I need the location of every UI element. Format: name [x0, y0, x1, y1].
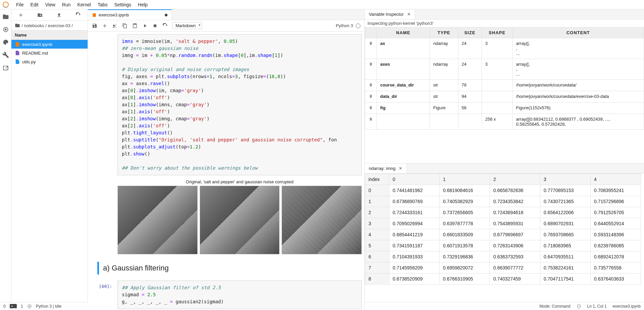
palette-icon[interactable] [2, 39, 9, 46]
kernel-status-icon[interactable] [356, 23, 360, 28]
save-icon[interactable] [92, 23, 97, 28]
breadcrumb-part[interactable]: / notebooks [21, 23, 44, 28]
run-icon[interactable] [142, 23, 148, 28]
nd-cell: 0.5933148396 [591, 229, 641, 240]
code-cell-input[interactable]: ## Apply Gaussian filter of std 2.5 sigm… [117, 281, 362, 309]
status-kernel[interactable]: Python 3 | Idle [36, 304, 62, 309]
file-item[interactable]: README.md [11, 49, 88, 57]
table-row[interactable]: axesndarray243array([, , ... [365, 59, 644, 80]
var-type: str [430, 80, 458, 91]
var-size: 78 [458, 80, 482, 91]
modified-indicator [165, 14, 167, 16]
var-header[interactable]: SIZE [458, 27, 482, 38]
notebook-tab[interactable]: exercise3.ipynb [88, 9, 172, 20]
restart-icon[interactable] [162, 23, 168, 28]
menu-kernel[interactable]: Kernel [74, 1, 94, 9]
nd-cell: 0.6779696697 [490, 229, 540, 240]
nd-cell: 0.6601833509 [440, 229, 490, 240]
trash-icon[interactable] [368, 105, 373, 110]
var-header[interactable]: SHAPE [482, 27, 512, 38]
breadcrumbs[interactable]: / notebooks / exercise-03 / [11, 21, 88, 30]
var-shape [482, 80, 512, 91]
nd-header[interactable]: 3 [540, 174, 591, 185]
trash-icon[interactable] [368, 117, 373, 121]
var-name: course_data_dir [377, 80, 430, 91]
var-name [377, 114, 430, 130]
table-row[interactable]: 70.71459562090.69598200720.66390777720.7… [365, 262, 641, 273]
nd-header[interactable]: 1 [440, 174, 490, 185]
shield-icon[interactable] [577, 304, 581, 309]
table-row[interactable]: 30.70950269940.63978777780.75438959310.6… [365, 218, 641, 229]
ndarray-tab[interactable]: ndarray: imng ✕ [365, 164, 407, 173]
nd-cell: 0.6766310905 [440, 273, 490, 285]
add-cell-icon[interactable] [102, 23, 107, 28]
nd-header[interactable]: 2 [490, 174, 540, 185]
notebook-body[interactable]: imns = imnoise(im, 'salt & pepper', 0.05… [88, 32, 364, 310]
code-cell-input[interactable]: imns = imnoise(im, 'salt & pepper', 0.05… [117, 34, 362, 175]
table-row[interactable]: 256 xarray([[0.68342112, 0.6868377 , 0.6… [365, 114, 644, 130]
status-count[interactable]: 1 [21, 304, 23, 309]
table-row[interactable]: figFigure56Figure(1152x576) [365, 103, 644, 114]
tabs-icon[interactable] [2, 64, 9, 71]
cell-type-select[interactable]: Markdown [172, 22, 202, 29]
menu-tabs[interactable]: Tabs [94, 1, 111, 9]
menu-file[interactable]: File [13, 1, 27, 9]
table-row[interactable]: course_data_dirstr78/home/jovyan/work/co… [365, 80, 644, 91]
nd-header[interactable]: index [365, 174, 389, 185]
close-icon[interactable]: ✕ [399, 166, 402, 171]
new-folder-icon[interactable] [37, 12, 43, 18]
kernel-name[interactable]: Python 3 [336, 23, 353, 28]
table-row[interactable]: 60.71043919330.73291968360.63637325930.6… [365, 251, 641, 262]
var-header[interactable] [365, 27, 377, 38]
var-header[interactable]: CONTENT [512, 27, 644, 38]
menu-help[interactable]: Help [135, 1, 151, 9]
table-row[interactable]: axndarray243array([, , ... [365, 38, 644, 59]
nd-cell: 0.6892412078 [591, 251, 641, 262]
trash-icon[interactable] [368, 62, 373, 66]
status-count[interactable]: 0 [3, 304, 6, 309]
new-launcher-icon[interactable] [18, 12, 23, 18]
markdown-cell[interactable]: a) Gaussian filtering [97, 262, 362, 274]
table-row[interactable]: data_dirstr94/home/jovyan/work/coursedat… [365, 91, 644, 103]
terminal-icon[interactable]: >_ [10, 304, 17, 308]
wrench-icon[interactable] [2, 52, 9, 58]
paste-icon[interactable] [132, 23, 138, 28]
table-row[interactable]: 40.68544412190.66018335090.67796966970.7… [365, 229, 641, 240]
status-position[interactable]: Ln 1, Col 1 [587, 304, 607, 309]
file-item[interactable]: utils.py [11, 57, 88, 66]
variable-inspector-tab[interactable]: Variable Inspector ✕ [365, 9, 415, 19]
upload-icon[interactable] [56, 12, 62, 18]
nd-cell: 0.6736890769 [389, 196, 440, 207]
filebrowser-header[interactable]: Name [11, 30, 88, 40]
menu-view[interactable]: View [42, 1, 59, 9]
var-header[interactable]: NAME [377, 27, 430, 38]
trash-icon[interactable] [368, 94, 373, 99]
nd-header[interactable]: 4 [591, 174, 641, 185]
table-row[interactable]: 20.72443331610.73726566050.72436946180.6… [365, 207, 641, 218]
tab-title: exercise3.ipynb [99, 12, 129, 17]
breadcrumb-part[interactable]: / exercise-03 / [45, 23, 73, 28]
cut-icon[interactable] [112, 23, 117, 28]
trash-icon[interactable] [368, 82, 373, 87]
kernel-icon[interactable] [27, 304, 32, 309]
menu-edit[interactable]: Edit [27, 1, 42, 9]
menu-settings[interactable]: Settings [111, 1, 135, 9]
folder-icon[interactable] [2, 13, 9, 20]
close-icon[interactable]: ✕ [407, 12, 411, 17]
refresh-icon[interactable] [76, 12, 81, 18]
running-icon[interactable] [2, 26, 9, 33]
table-row[interactable]: 10.67368907690.74053829290.72343538420.7… [365, 196, 641, 207]
file-item[interactable]: exercise3.ipynb [11, 40, 88, 49]
ndarray-viewer-panel: ndarray: imng ✕ index01234 00.7441481962… [365, 164, 644, 310]
table-row[interactable]: 50.73415911870.60719135780.72631439060.7… [365, 240, 641, 251]
table-row[interactable]: 80.67385209090.67663109050.7403274590.70… [365, 273, 641, 285]
copy-icon[interactable] [122, 23, 128, 28]
table-row[interactable]: 00.74414819620.68190846160.66587826360.7… [365, 185, 641, 196]
var-header[interactable]: TYPE [430, 27, 458, 38]
nd-header[interactable]: 0 [389, 174, 440, 185]
stop-icon[interactable] [152, 23, 158, 28]
trash-icon[interactable] [368, 41, 373, 46]
var-type: ndarray [430, 59, 458, 80]
status-filename[interactable]: exercise3.ipynb [613, 304, 641, 309]
menu-run[interactable]: Run [59, 1, 74, 9]
